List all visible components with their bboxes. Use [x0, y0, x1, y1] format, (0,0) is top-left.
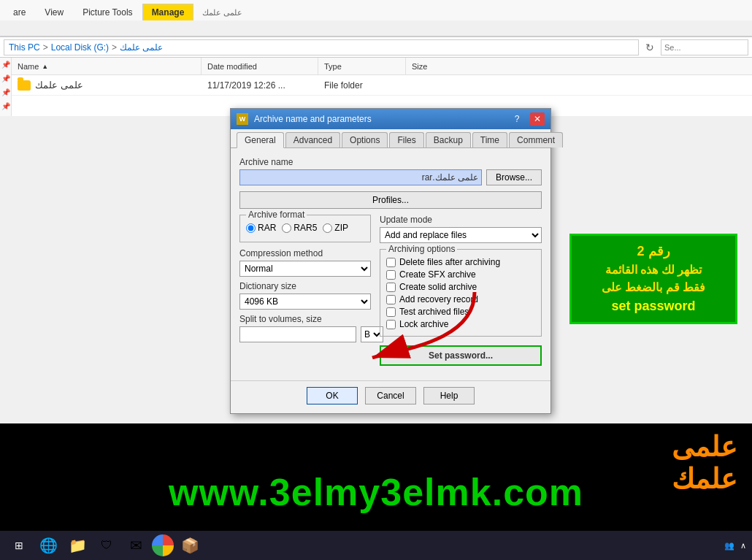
mail-icon[interactable]: ✉ [123, 532, 149, 559]
search-input[interactable] [661, 39, 748, 55]
format-rar[interactable]: RAR [246, 223, 276, 233]
tab-files[interactable]: Files [389, 132, 423, 147]
archive-format-title: Archive format [246, 210, 307, 220]
tab-advanced[interactable]: Advanced [285, 132, 340, 147]
zip-radio[interactable] [323, 223, 332, 233]
compression-select[interactable]: Normal [239, 261, 371, 277]
create-sfx-checkbox[interactable] [386, 270, 396, 280]
col-header-date[interactable]: Date modified [202, 58, 318, 74]
winrar-dialog: W Archive name and parameters ? ✕ Genera… [230, 108, 551, 414]
dictionary-label: Dictionary size [239, 281, 371, 291]
test-archived-label: Test archived files [399, 307, 469, 317]
files-icon[interactable]: 📁 [64, 532, 91, 559]
dialog-body: Archive name Browse... Profiles... Archi… [231, 148, 550, 380]
update-mode-select[interactable]: Add and replace files [380, 227, 542, 243]
sort-arrow: ▲ [42, 63, 48, 70]
tray-chevron[interactable]: ∧ [740, 541, 746, 551]
arabic-line2: علمك [672, 463, 737, 495]
tab-comment[interactable]: Comment [509, 132, 563, 147]
create-solid-checkbox[interactable] [386, 283, 396, 292]
lock-archive-checkbox[interactable] [386, 320, 396, 329]
browse-button[interactable]: Browse... [486, 169, 542, 185]
address-bar: This PC > Local Disk (G:) > علمى علمك ↻ [0, 37, 752, 58]
option-lock-archive[interactable]: Lock archive [386, 319, 535, 329]
edge-icon[interactable]: 🌐 [35, 532, 61, 559]
refresh-button[interactable]: ↻ [642, 40, 657, 55]
tab-time[interactable]: Time [472, 132, 507, 147]
pin-icon[interactable]: 📌 [1, 61, 10, 69]
two-col-section: Archive format RAR RAR5 [239, 215, 542, 366]
sep1: > [43, 42, 48, 53]
option-delete-files[interactable]: Delete files after archiving [386, 257, 535, 267]
create-solid-label: Create solid archive [399, 282, 477, 292]
compression-label: Compression method [239, 248, 371, 258]
archiving-options-title: Archiving options [386, 244, 457, 254]
pin-icon2[interactable]: 📌 [1, 74, 10, 83]
rar-radio[interactable] [246, 223, 256, 233]
ribbon: are View Picture Tools Manage علمى علمك [0, 0, 752, 37]
set-password-button[interactable]: Set password... [380, 345, 542, 366]
tab-backup[interactable]: Backup [426, 132, 471, 147]
format-zip[interactable]: ZIP [323, 223, 348, 233]
dialog-tabs: General Advanced Options Files Backup Ti… [231, 129, 550, 148]
pin-icon4[interactable]: 📌 [1, 102, 10, 110]
ribbon-tab-manage[interactable]: Manage [142, 4, 194, 20]
option-create-solid[interactable]: Create solid archive [386, 282, 535, 292]
dictionary-select[interactable]: 4096 KB [239, 294, 371, 310]
breadcrumb-drive[interactable]: Local Disk (G:) [51, 42, 109, 53]
delete-files-checkbox[interactable] [386, 258, 396, 267]
pin-icon3[interactable]: 📌 [1, 88, 10, 96]
ok-button[interactable]: OK [307, 387, 358, 404]
breadcrumb[interactable]: This PC > Local Disk (G:) > علمى علمك [4, 39, 639, 55]
dialog-help-button[interactable]: ? [510, 112, 524, 126]
rar5-radio[interactable] [282, 223, 291, 233]
breadcrumb-pc[interactable]: This PC [9, 42, 40, 53]
annotation-num: رقم 2 [579, 242, 728, 261]
winrar-title-icon: W [237, 113, 248, 125]
lock-archive-label: Lock archive [399, 319, 448, 329]
tray-people[interactable]: 👥 [724, 541, 734, 551]
breadcrumb-folder[interactable]: علمى علمك [120, 42, 163, 53]
rar5-label: RAR5 [293, 223, 317, 233]
option-test-archived[interactable]: Test archived files [386, 307, 535, 317]
format-radio-row: RAR RAR5 ZIP [246, 223, 364, 233]
archive-name-input[interactable] [239, 169, 482, 185]
ribbon-tab-view[interactable]: View [35, 4, 73, 20]
help-button[interactable]: Help [423, 387, 475, 404]
security-icon[interactable]: 🛡 [93, 532, 120, 559]
file-name: علمى علمك [35, 80, 83, 91]
dialog-close-button[interactable]: ✕ [530, 112, 545, 126]
dialog-titlebar: W Archive name and parameters ? ✕ [231, 109, 550, 129]
test-archived-checkbox[interactable] [386, 307, 396, 317]
option-create-sfx[interactable]: Create SFX archive [386, 269, 535, 280]
archiving-options-content: Delete files after archiving Create SFX … [386, 253, 535, 329]
archive-format-group: Archive format RAR RAR5 [239, 215, 371, 242]
left-column: Archive format RAR RAR5 [239, 215, 371, 366]
chrome-icon[interactable] [152, 534, 174, 556]
ribbon-tab-are[interactable]: are [4, 4, 35, 20]
archive-format-content: RAR RAR5 ZIP [246, 218, 364, 233]
option-add-recovery[interactable]: Add recovery record [386, 294, 535, 304]
profiles-button[interactable]: Profiles... [239, 191, 542, 209]
annotation-line2: تظهر لك هذه القائمة [579, 261, 728, 279]
ribbon-tab-picture-tools[interactable]: Picture Tools [73, 4, 142, 20]
col-header-type[interactable]: Type [318, 58, 406, 74]
zip-label: ZIP [334, 223, 348, 233]
format-rar5[interactable]: RAR5 [282, 223, 317, 233]
add-recovery-label: Add recovery record [399, 294, 478, 304]
tab-general[interactable]: General [237, 132, 284, 148]
table-row[interactable]: علمى علمك 11/17/2019 12:26 ... File fold… [12, 75, 752, 96]
ribbon-tab-arabic[interactable]: علمى علمك [193, 5, 251, 20]
annotation-box: رقم 2 تظهر لك هذه القائمة فقط قم بالضغط … [569, 234, 737, 324]
arabic-logo: علمى علمك [672, 431, 737, 495]
archive-name-label: Archive name [239, 157, 542, 167]
winrar-icon[interactable]: 📦 [177, 532, 203, 559]
tab-options[interactable]: Options [342, 132, 388, 147]
split-input[interactable] [239, 326, 356, 342]
start-button[interactable]: ⊞ [6, 532, 32, 559]
col-header-size[interactable]: Size [406, 58, 433, 74]
col-header-name[interactable]: Name ▲ [12, 58, 202, 74]
right-column: Update mode Add and replace files Archiv… [380, 215, 542, 366]
add-recovery-checkbox[interactable] [386, 295, 396, 304]
cancel-button[interactable]: Cancel [365, 387, 416, 404]
